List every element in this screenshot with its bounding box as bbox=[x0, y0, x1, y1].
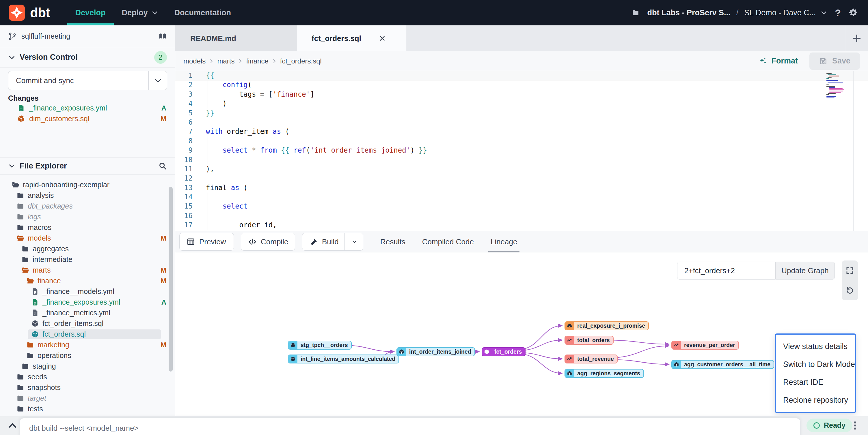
tree-item--finance-exposures-yml[interactable]: _finance_exposures.ymlA bbox=[0, 297, 175, 307]
breadcrumb-segment[interactable]: models bbox=[183, 57, 206, 65]
tab-label: fct_orders.sql bbox=[312, 34, 361, 43]
update-graph-button[interactable]: Update Graph bbox=[776, 262, 835, 279]
breadcrumb-segment[interactable]: fct_orders.sql bbox=[280, 57, 322, 65]
model-cube-icon bbox=[672, 361, 681, 368]
lineage-panel[interactable]: stg_tpch__ordersint_line_items_amounts_c… bbox=[175, 253, 868, 416]
tree-item-finance[interactable]: financeM bbox=[0, 275, 175, 286]
command-input[interactable] bbox=[29, 424, 791, 433]
help-icon[interactable]: ? bbox=[835, 7, 841, 19]
editor-minimap[interactable] bbox=[827, 73, 851, 100]
tree-item-snapshots[interactable]: snapshots bbox=[0, 382, 175, 393]
panel-tab-lineage[interactable]: Lineage bbox=[491, 231, 518, 253]
lineage-node-agg_customer_orders__all_time[interactable]: agg_customer_orders__all_time bbox=[671, 360, 774, 369]
model-cube-icon bbox=[288, 355, 298, 363]
tree-item-label: logs bbox=[28, 212, 41, 221]
lineage-node-stg_tpch__orders[interactable]: stg_tpch__orders bbox=[288, 341, 352, 349]
lineage-node-revenue_per_order[interactable]: revenue_per_order bbox=[671, 341, 739, 349]
line-code: ) bbox=[201, 99, 227, 108]
tree-item-label: dbt_packages bbox=[28, 202, 73, 210]
code-icon bbox=[248, 237, 257, 246]
reset-view-icon[interactable] bbox=[845, 286, 854, 295]
tree-item-aggregates[interactable]: aggregates bbox=[0, 243, 175, 254]
tree-item-operations[interactable]: operations bbox=[0, 350, 175, 361]
dbt-logo[interactable]: dbt bbox=[0, 0, 67, 25]
node-label: agg_regions_segments bbox=[574, 370, 643, 377]
folder-icon bbox=[17, 192, 24, 199]
file-explorer-header[interactable]: File Explorer bbox=[0, 157, 175, 174]
tree-item-target[interactable]: target bbox=[0, 393, 175, 404]
status-badge[interactable]: Ready bbox=[806, 419, 852, 432]
model-cube-icon bbox=[565, 370, 574, 377]
tree-item-marts[interactable]: martsM bbox=[0, 265, 175, 275]
breadcrumb-segment[interactable]: finance bbox=[246, 57, 268, 65]
gear-icon[interactable] bbox=[848, 8, 858, 18]
tree-item-macros[interactable]: macros bbox=[0, 222, 175, 233]
tree-item-staging[interactable]: staging bbox=[0, 361, 175, 372]
search-icon[interactable] bbox=[158, 162, 167, 170]
commit-and-sync-button[interactable]: Commit and sync bbox=[8, 71, 167, 90]
line-code bbox=[201, 174, 206, 183]
menu-item-restart-ide[interactable]: Restart IDE bbox=[776, 373, 855, 391]
editor-tab-readme-md[interactable]: README.md bbox=[175, 25, 297, 52]
tree-item-fct-order-items-sql[interactable]: fct_order_items.sql bbox=[0, 318, 175, 329]
tree-item-intermediate[interactable]: intermediate bbox=[0, 254, 175, 265]
lineage-node-fct_orders[interactable]: fct_orders bbox=[482, 347, 526, 356]
line-code: ), bbox=[201, 164, 214, 174]
indent-guide bbox=[208, 146, 208, 155]
lineage-node-agg_regions_segments[interactable]: agg_regions_segments bbox=[564, 369, 644, 378]
panel-tab-compiled-code[interactable]: Compiled Code bbox=[422, 231, 474, 253]
tree-item-fct-orders-sql[interactable]: fct_orders.sql bbox=[0, 329, 175, 339]
changes-list: _finance_exposures.ymlAdim_customers.sql… bbox=[0, 103, 175, 124]
lineage-node-total_revenue[interactable]: total_revenue bbox=[564, 355, 618, 364]
account-switcher[interactable]: dbt Labs - ProServ S... / SL Demo - Dave… bbox=[647, 8, 828, 17]
code-editor[interactable]: 1{{2 config(3 tags = ['finance']4 )5}}67… bbox=[175, 71, 868, 231]
menu-item-switch-to-dark-mode[interactable]: Switch to Dark Mode bbox=[776, 356, 855, 373]
kebab-menu-icon[interactable] bbox=[850, 419, 860, 432]
docs-book-icon[interactable] bbox=[158, 32, 167, 41]
lineage-selector-input[interactable] bbox=[677, 262, 776, 279]
save-button[interactable]: Save bbox=[809, 53, 860, 70]
tree-item-marketing[interactable]: marketingM bbox=[0, 339, 175, 350]
tree-item--finance-models-yml[interactable]: _finance__models.yml bbox=[0, 286, 175, 297]
lineage-node-real_exposure_i_promise[interactable]: real_exposure_i_promise bbox=[564, 321, 649, 330]
tree-item-logs[interactable]: logs bbox=[0, 211, 175, 222]
folder-open-icon bbox=[21, 266, 29, 274]
tree-item-seeds[interactable]: seeds bbox=[0, 372, 175, 382]
tree-item-gitignore[interactable]: gitignore bbox=[0, 414, 175, 416]
tree-item-rapid-onboarding-exemplar[interactable]: rapid-onboarding-exemplar bbox=[0, 179, 175, 190]
menu-item-view-status-details[interactable]: View status details bbox=[776, 337, 855, 356]
lineage-node-int_order_items_joined[interactable]: int_order_items_joined bbox=[397, 347, 475, 356]
preview-button[interactable]: Preview bbox=[179, 233, 234, 251]
tree-item-tests[interactable]: tests bbox=[0, 404, 175, 414]
tree-item-label: fct_orders.sql bbox=[42, 330, 86, 338]
new-tab-button[interactable] bbox=[845, 25, 868, 52]
editor-tab-fct-orders-sql[interactable]: fct_orders.sql bbox=[297, 25, 406, 52]
panel-tab-results[interactable]: Results bbox=[380, 231, 405, 253]
tree-item--finance-metrics-yml[interactable]: _finance_metrics.yml bbox=[0, 307, 175, 318]
breadcrumb-segment[interactable]: marts bbox=[217, 57, 235, 65]
nav-item-deploy[interactable]: Deploy bbox=[114, 0, 166, 25]
format-button[interactable]: Format bbox=[758, 57, 798, 65]
lineage-node-int_line_items_amounts_calculated[interactable]: int_line_items_amounts_calculated bbox=[288, 355, 399, 364]
git-branch-row[interactable]: sqlfluff-meeting bbox=[0, 25, 175, 47]
commit-options-dropdown[interactable] bbox=[148, 71, 167, 90]
code-line: 9 select * from {{ ref('int_order_items_… bbox=[175, 146, 868, 155]
changed-file-row[interactable]: dim_customers.sqlM bbox=[0, 113, 175, 124]
close-icon[interactable] bbox=[378, 35, 386, 42]
fullscreen-icon[interactable] bbox=[845, 266, 854, 275]
tree-item-models[interactable]: modelsM bbox=[0, 233, 175, 243]
chevron-up-icon[interactable] bbox=[7, 420, 18, 431]
compile-button[interactable]: Compile bbox=[241, 233, 295, 251]
sidebar-scrollbar[interactable] bbox=[168, 187, 173, 372]
lineage-node-total_orders[interactable]: total_orders bbox=[564, 336, 614, 345]
folder-icon bbox=[17, 373, 24, 381]
nav-item-develop[interactable]: Develop bbox=[67, 0, 114, 25]
version-control-header[interactable]: Version Control 2 bbox=[0, 47, 175, 67]
menu-item-reclone-repository[interactable]: Reclone repository bbox=[776, 391, 855, 409]
tree-item-dbt-packages[interactable]: dbt_packages bbox=[0, 201, 175, 211]
build-button[interactable]: Build bbox=[302, 233, 363, 251]
build-options-dropdown[interactable] bbox=[344, 233, 361, 250]
tree-item-analysis[interactable]: analysis bbox=[0, 190, 175, 201]
nav-item-documentation[interactable]: Documentation bbox=[166, 0, 239, 25]
changed-file-row[interactable]: _finance_exposures.ymlA bbox=[0, 103, 175, 113]
